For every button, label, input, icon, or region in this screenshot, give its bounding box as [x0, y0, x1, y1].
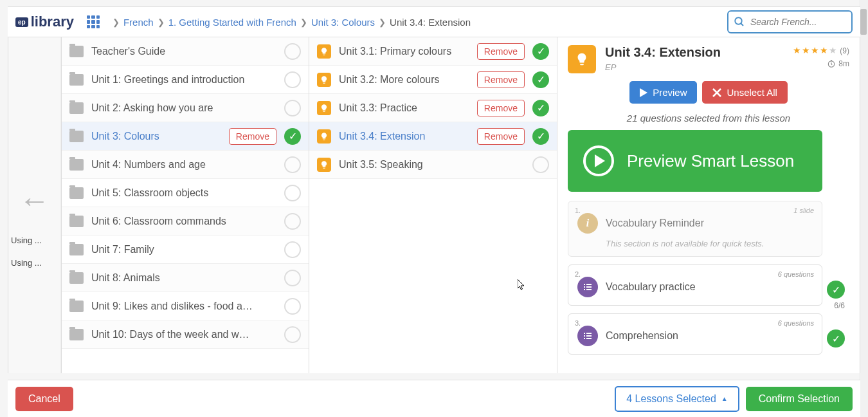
search-box[interactable]: [727, 10, 853, 33]
select-toggle[interactable]: ✓: [532, 71, 549, 88]
folder-icon: [69, 102, 84, 114]
lightbulb-icon: [317, 129, 331, 144]
lesson-row[interactable]: Unit 3.2: More colours Remove ✓: [309, 66, 557, 94]
lessons-selected-dropdown[interactable]: 4 Lessons Selected ▲: [615, 386, 739, 412]
select-toggle[interactable]: ✓: [532, 100, 549, 116]
select-toggle[interactable]: ✓: [532, 128, 549, 145]
remove-button[interactable]: Remove: [229, 128, 276, 145]
unit-label: Unit 6: Classroom commands: [91, 216, 276, 227]
preview-button[interactable]: Preview: [629, 81, 697, 104]
section-title: Vocabulary practice: [606, 281, 696, 293]
select-toggle[interactable]: [284, 71, 301, 88]
section-check-icon[interactable]: ✓: [827, 329, 845, 348]
lesson-row[interactable]: Unit 3.4: Extension Remove ✓: [309, 122, 557, 151]
preview-label: Preview: [653, 87, 687, 98]
rating-count: (9): [840, 46, 849, 55]
select-toggle[interactable]: [284, 185, 301, 201]
select-toggle[interactable]: ✓: [532, 43, 549, 60]
section-meta: 6 questions: [778, 319, 814, 327]
footer: Cancel 4 Lessons Selected ▲ Confirm Sele…: [8, 380, 860, 417]
select-toggle[interactable]: [284, 241, 301, 258]
select-toggle[interactable]: [284, 43, 301, 60]
section-card[interactable]: 2. 6 questions Vocabulary practice ✓ 6/6: [568, 264, 822, 306]
unit-row[interactable]: Unit 3: Colours Remove ✓: [62, 122, 309, 151]
unit-row[interactable]: Unit 6: Classroom commands: [62, 207, 309, 236]
breadcrumb-link[interactable]: French: [123, 17, 154, 28]
unit-row[interactable]: Unit 5: Classroom objects: [62, 179, 309, 207]
folder-icon: [69, 74, 84, 86]
chevron-right-icon: ❯: [379, 17, 386, 27]
lesson-icon: [568, 45, 596, 73]
select-toggle[interactable]: [284, 326, 301, 343]
remove-button[interactable]: Remove: [477, 128, 525, 145]
lesson-row[interactable]: Unit 3.1: Primary colours Remove ✓: [309, 37, 557, 66]
unit-row[interactable]: Unit 10: Days of the week and w…: [62, 320, 309, 349]
breadcrumb-current: Unit 3.4: Extension: [390, 17, 471, 28]
lesson-label: Unit 3.4: Extension: [339, 131, 469, 142]
unselect-all-button[interactable]: Unselect All: [702, 81, 787, 104]
lesson-row[interactable]: Unit 3.5: Speaking: [309, 151, 557, 179]
breadcrumb-link[interactable]: 1. Getting Started with French: [168, 17, 296, 28]
svg-rect-14: [586, 335, 592, 337]
unit-row[interactable]: Unit 2: Asking how you are: [62, 94, 309, 122]
play-circle-icon: [583, 145, 614, 176]
section-number: 2.: [575, 270, 581, 278]
unit-row[interactable]: Unit 9: Likes and dislikes - food a…: [62, 292, 309, 320]
folder-icon: [69, 272, 84, 284]
lightbulb-icon: [317, 158, 331, 172]
select-toggle[interactable]: [284, 270, 301, 286]
unit-row[interactable]: Unit 8: Animals: [62, 264, 309, 292]
cancel-button[interactable]: Cancel: [15, 387, 73, 411]
logo-badge: ep: [15, 17, 28, 27]
section-card[interactable]: 3. 6 questions Comprehension ✓: [568, 313, 822, 355]
bg-item[interactable]: Using ...: [8, 252, 60, 274]
section-number: 1.: [575, 207, 581, 214]
select-toggle[interactable]: [284, 156, 301, 173]
select-toggle[interactable]: ✓: [284, 128, 301, 145]
select-toggle[interactable]: [284, 298, 301, 315]
rating-stars: ★★★★★: [793, 45, 838, 55]
select-toggle[interactable]: [532, 156, 549, 173]
section-card: 1. 1 slide i Vocabulary Reminder This se…: [568, 201, 822, 257]
bg-item[interactable]: Using ...: [8, 229, 60, 252]
svg-rect-16: [586, 338, 592, 339]
unit-row[interactable]: Teacher's Guide: [62, 37, 309, 66]
lessons-count-label: 4 Lessons Selected: [626, 393, 716, 405]
lesson-row[interactable]: Unit 3.3: Practice Remove ✓: [309, 94, 557, 122]
unit-label: Unit 2: Asking how you are: [91, 102, 276, 114]
play-icon: [640, 88, 647, 97]
remove-button[interactable]: Remove: [477, 100, 525, 116]
chevron-right-icon: ❯: [113, 17, 120, 27]
lesson-author: EP: [605, 62, 784, 72]
folder-icon: [69, 159, 84, 171]
confirm-selection-button[interactable]: Confirm Selection: [746, 387, 853, 411]
unit-label: Teacher's Guide: [91, 46, 276, 57]
svg-rect-5: [584, 284, 585, 285]
select-toggle[interactable]: [284, 213, 301, 230]
lesson-duration: 8m: [838, 59, 849, 68]
preview-smart-lesson-button[interactable]: Preview Smart Lesson: [568, 130, 822, 192]
search-input[interactable]: [750, 17, 846, 27]
folder-icon: [69, 46, 84, 57]
unit-row[interactable]: Unit 1: Greetings and introduction: [62, 66, 309, 94]
svg-rect-12: [586, 333, 592, 334]
section-title: Comprehension: [606, 330, 678, 342]
breadcrumb-link[interactable]: Unit 3: Colours: [311, 17, 375, 28]
preview-smart-label: Preview Smart Lesson: [627, 151, 794, 171]
section-check-icon[interactable]: ✓: [827, 281, 845, 299]
unit-row[interactable]: Unit 4: Numbers and age: [62, 151, 309, 179]
lesson-label: Unit 3.3: Practice: [339, 102, 469, 114]
unit-label: Unit 1: Greetings and introduction: [91, 74, 276, 86]
svg-rect-7: [584, 286, 585, 288]
apps-grid-icon[interactable]: [87, 15, 100, 28]
unit-row[interactable]: Unit 7: Family: [62, 236, 309, 264]
page-scrollbar[interactable]: [859, 0, 868, 417]
back-arrow-icon[interactable]: ←: [8, 185, 60, 216]
remove-button[interactable]: Remove: [477, 43, 525, 60]
lesson-label: Unit 3.1: Primary colours: [339, 46, 469, 57]
logo[interactable]: ep library: [15, 14, 74, 30]
units-column: Teacher's Guide Unit 1: Greetings and in…: [61, 37, 309, 373]
folder-icon: [69, 244, 84, 255]
remove-button[interactable]: Remove: [477, 71, 525, 88]
select-toggle[interactable]: [284, 100, 301, 116]
